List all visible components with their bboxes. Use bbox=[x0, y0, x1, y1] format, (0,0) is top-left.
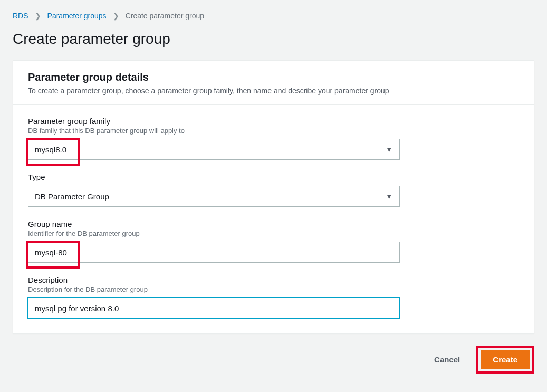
field-parameter-group-family: Parameter group family DB family that th… bbox=[28, 117, 519, 160]
description-hint: Description for the DB parameter group bbox=[28, 285, 519, 293]
breadcrumb-rds[interactable]: RDS bbox=[13, 12, 28, 20]
type-select[interactable]: DB Parameter Group bbox=[28, 186, 400, 207]
panel-title: Parameter group details bbox=[28, 71, 519, 83]
family-label: Parameter group family bbox=[28, 117, 519, 126]
field-type: Type DB Parameter Group ▼ bbox=[28, 173, 519, 207]
group-name-label: Group name bbox=[28, 219, 519, 228]
create-button[interactable]: Create bbox=[481, 350, 530, 369]
page-title: Create parameter group bbox=[13, 31, 534, 47]
breadcrumb: RDS ❯ Parameter groups ❯ Create paramete… bbox=[13, 12, 534, 20]
group-name-hint: Identifier for the DB parameter group bbox=[28, 230, 519, 237]
family-hint: DB family that this DB parameter group w… bbox=[28, 127, 519, 135]
chevron-right-icon: ❯ bbox=[113, 12, 119, 20]
field-description: Description Description for the DB param… bbox=[28, 275, 519, 319]
chevron-right-icon: ❯ bbox=[35, 12, 41, 20]
group-name-input[interactable] bbox=[28, 242, 400, 263]
cancel-button[interactable]: Cancel bbox=[425, 350, 469, 369]
family-select[interactable]: mysql8.0 bbox=[28, 139, 400, 160]
parameter-group-details-panel: Parameter group details To create a para… bbox=[13, 60, 534, 334]
panel-header: Parameter group details To create a para… bbox=[13, 61, 534, 105]
description-label: Description bbox=[28, 275, 519, 284]
highlight-create: Create bbox=[476, 346, 534, 374]
panel-subtitle: To create a parameter group, choose a pa… bbox=[28, 87, 519, 95]
field-group-name: Group name Identifier for the DB paramet… bbox=[28, 219, 519, 263]
description-input[interactable] bbox=[28, 298, 400, 319]
form-actions: Cancel Create bbox=[13, 346, 534, 374]
breadcrumb-current: Create parameter group bbox=[126, 12, 204, 20]
breadcrumb-parameter-groups[interactable]: Parameter groups bbox=[47, 12, 107, 20]
type-label: Type bbox=[28, 173, 519, 181]
